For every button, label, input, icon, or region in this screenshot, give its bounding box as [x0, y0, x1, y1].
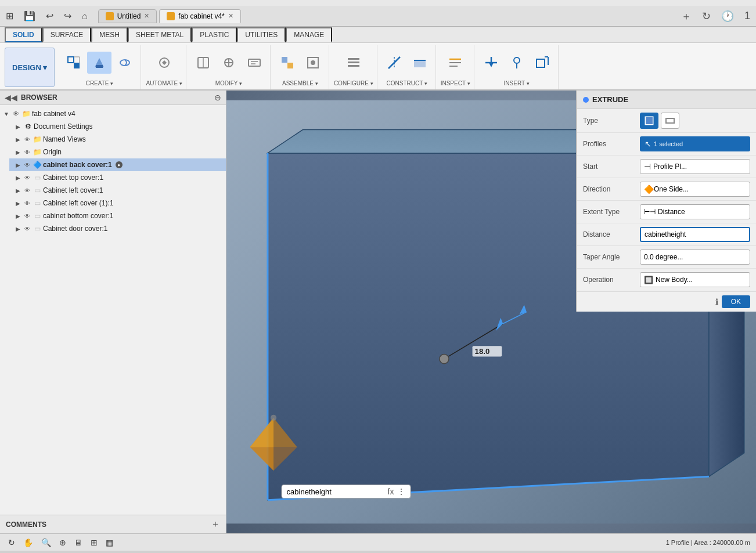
tree-door-eye[interactable]: 👁	[24, 226, 30, 232]
tree-doc-arrow[interactable]: ▶	[14, 124, 22, 130]
construct-btn2[interactable]	[408, 52, 432, 74]
extrude-type-value	[640, 113, 750, 129]
extrude-btn[interactable]	[87, 52, 111, 74]
ribbon-tab-sheet-metal[interactable]: SHEET METAL	[128, 27, 192, 42]
modify-btn2[interactable]	[217, 52, 241, 74]
tree-origin-eye[interactable]: 👁	[24, 149, 30, 156]
modify-btn1[interactable]	[191, 52, 215, 74]
tree-item-named-views[interactable]: ▶ 👁 📁 Named Views	[9, 133, 226, 146]
inspect-label: INSPECT ▾	[441, 79, 470, 88]
zoom-btn[interactable]: 🔍	[39, 537, 53, 548]
tree-item-back-cover[interactable]: ▶ 👁 🔷 cabinet back cover:1 ●	[9, 158, 226, 171]
automate-btn[interactable]	[152, 52, 177, 74]
assemble-btn1[interactable]	[275, 52, 300, 74]
sync-btn[interactable]: ↻	[699, 9, 714, 24]
profiles-badge[interactable]: ↖ 1 selected	[640, 136, 750, 151]
distance-value-box[interactable]: cabinetheight	[640, 227, 750, 242]
grid-btn[interactable]: ⊞	[2, 9, 17, 23]
zoom-fit-btn[interactable]: ⊕	[57, 537, 69, 548]
tree-top-eye[interactable]: 👁	[24, 175, 30, 181]
type-btn-surface[interactable]	[661, 113, 679, 129]
tree-root-icon: 📁	[21, 109, 31, 118]
expr-more-btn[interactable]: ⋮	[397, 487, 405, 496]
ribbon-tab-plastic[interactable]: PLASTIC	[192, 27, 237, 42]
configure-btn[interactable]	[341, 52, 366, 74]
tab-fab-cabinet[interactable]: fab cabinet v4* ✕	[159, 9, 240, 23]
tree-bottom-eye[interactable]: 👁	[24, 213, 30, 219]
history-btn[interactable]: 🕐	[718, 9, 737, 24]
tree-item-doc-settings[interactable]: ▶ ⚙ Document Settings	[9, 120, 226, 133]
browser-collapse-btn[interactable]: ◀◀	[5, 93, 17, 102]
tree-item-origin[interactable]: ▶ 👁 📁 Origin	[9, 146, 226, 158]
tree-left-eye[interactable]: 👁	[24, 187, 30, 194]
browser-pin-btn[interactable]: ⊖	[214, 93, 221, 102]
ribbon-group-automate: AUTOMATE ▾	[142, 45, 186, 89]
fx-btn[interactable]: fx	[388, 487, 394, 496]
tree-door-arrow[interactable]: ▶	[14, 226, 22, 232]
viewport[interactable]: 18.0 fx ⋮ EXTRUDE Type	[226, 91, 756, 533]
expression-input-container[interactable]: fx ⋮	[282, 485, 411, 498]
tab-fab-close[interactable]: ✕	[228, 12, 233, 20]
design-btn[interactable]: DESIGN ▾	[5, 48, 55, 87]
tree-named-views-eye[interactable]: 👁	[24, 136, 30, 143]
ok-btn[interactable]: OK	[722, 295, 750, 308]
home-btn[interactable]: ⌂	[78, 10, 91, 23]
type-btn-solid[interactable]	[640, 113, 658, 129]
tree-origin-label: Origin	[43, 148, 62, 156]
grid-view-btn[interactable]: ⊞	[88, 537, 100, 548]
automate-icon	[155, 53, 174, 72]
taper-value-box[interactable]: 0.0 degree...	[640, 250, 750, 265]
orbit-btn[interactable]: ↻	[6, 537, 17, 548]
undo-btn[interactable]: ↩	[42, 9, 57, 23]
insert-btn1[interactable]	[479, 52, 503, 74]
tree-top-arrow[interactable]: ▶	[14, 175, 22, 181]
construct-btn1[interactable]	[382, 52, 406, 74]
tab-untitled-close[interactable]: ✕	[144, 12, 149, 20]
tree-item-left-cover[interactable]: ▶ 👁 ▭ Cabinet left cover:1	[9, 184, 226, 197]
insert-btn3[interactable]	[530, 52, 555, 74]
notifications-btn[interactable]: 1	[741, 9, 754, 23]
tree-doc-icon: ⚙	[23, 122, 33, 131]
tree-item-top-cover[interactable]: ▶ 👁 ▭ Cabinet top cover:1	[9, 171, 226, 184]
ribbon-tab-mesh[interactable]: MESH	[91, 27, 128, 42]
tree-item-left-cover-1[interactable]: ▶ 👁 ▭ Cabinet left cover (1):1	[9, 197, 226, 209]
modify-btn3[interactable]	[242, 52, 267, 74]
new-component-btn[interactable]	[62, 52, 86, 74]
ribbon-tab-utilities[interactable]: UTILITIES	[237, 27, 286, 42]
tree-root-arrow[interactable]: ▼	[2, 111, 10, 117]
inspect-btn1[interactable]	[443, 52, 467, 74]
svg-rect-20	[348, 58, 359, 60]
display-mode-btn[interactable]: 🖥	[72, 537, 85, 548]
info-icon[interactable]: ℹ	[715, 297, 718, 306]
tree-left1-eye[interactable]: 👁	[24, 200, 30, 207]
tree-root-eye[interactable]: 👁	[13, 110, 19, 117]
tree-back-arrow[interactable]: ▶	[14, 162, 22, 168]
expression-input[interactable]	[287, 487, 384, 496]
tree-left-arrow[interactable]: ▶	[14, 187, 22, 194]
tree-item-bottom-cover[interactable]: ▶ 👁 ▭ cabinet bottom cover:1	[9, 209, 226, 222]
assemble-btn2[interactable]	[301, 52, 325, 74]
tree-root[interactable]: ▼ 👁 📁 fab cabinet v4	[0, 107, 226, 120]
viewport-btn[interactable]: ▦	[103, 537, 116, 548]
new-tab-btn[interactable]: ＋	[678, 8, 695, 24]
extent-value-box[interactable]: ⊢⊣ Distance	[640, 204, 750, 219]
revolve-btn[interactable]	[113, 52, 137, 74]
redo-btn[interactable]: ↪	[60, 9, 75, 23]
insert-btn2[interactable]	[505, 52, 529, 74]
ribbon-tab-surface[interactable]: SURFACE	[42, 27, 92, 42]
direction-value-box[interactable]: 🔶 One Side...	[640, 182, 750, 197]
ribbon-tab-solid[interactable]: SOLID	[5, 27, 42, 42]
tree-named-views-arrow[interactable]: ▶	[14, 136, 22, 143]
tree-origin-arrow[interactable]: ▶	[14, 149, 22, 156]
tree-back-eye[interactable]: 👁	[24, 162, 30, 168]
tree-item-door-cover[interactable]: ▶ 👁 ▭ Cabinet door cover:1	[9, 222, 226, 235]
operation-value-box[interactable]: 🔲 New Body...	[640, 272, 750, 287]
ribbon-tab-manage[interactable]: MANAGE	[286, 27, 332, 42]
save-btn[interactable]: 💾	[20, 9, 39, 23]
tree-left1-arrow[interactable]: ▶	[14, 200, 22, 207]
comments-add-btn[interactable]: ＋	[211, 518, 220, 530]
tab-untitled[interactable]: Untitled ✕	[98, 9, 157, 23]
pan-btn[interactable]: ✋	[21, 537, 35, 548]
tree-bottom-arrow[interactable]: ▶	[14, 213, 22, 219]
start-value-box[interactable]: ⊣ Profile Pl...	[640, 159, 750, 174]
